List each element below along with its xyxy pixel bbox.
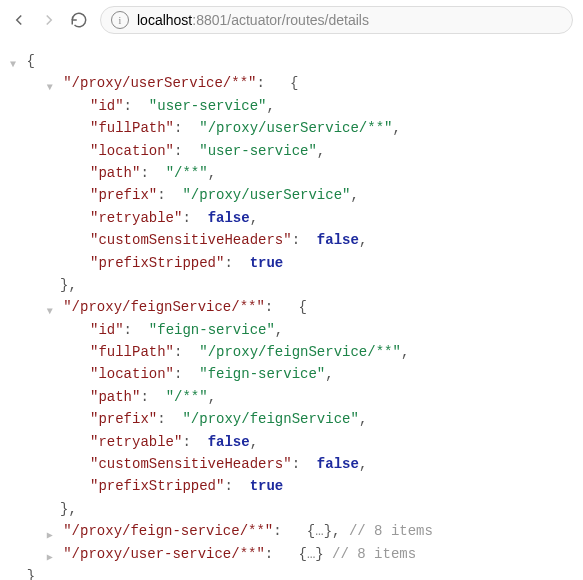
url-text: localhost:8801/actuator/routes/details [137,12,369,28]
json-prop: "fullPath": "/proxy/userService/**", [5,117,578,139]
json-viewer: { "/proxy/userService/**": { "id": "user… [0,40,583,580]
json-root-open[interactable]: { [5,50,578,72]
json-prop: "retryable": false, [5,207,578,229]
json-prop: "customSensitiveHeaders": false, [5,453,578,475]
toggle-icon[interactable] [47,528,55,536]
toggle-icon[interactable] [10,57,18,65]
json-prop: "location": "feign-service", [5,363,578,385]
forward-icon[interactable] [40,11,58,29]
json-key-route1[interactable]: "/proxy/userService/**": { [5,72,578,94]
toggle-icon[interactable] [47,80,55,88]
browser-toolbar: i localhost:8801/actuator/routes/details [0,0,583,40]
json-root-close: } [5,565,578,580]
info-icon[interactable]: i [111,11,129,29]
json-prop: "id": "feign-service", [5,319,578,341]
json-close: }, [5,498,578,520]
json-prop: "location": "user-service", [5,140,578,162]
toggle-icon[interactable] [47,550,55,558]
json-prop: "prefixStripped": true [5,252,578,274]
json-prop: "prefixStripped": true [5,475,578,497]
json-key-collapsed[interactable]: "/proxy/user-service/**": {…} // 8 items [5,543,578,565]
json-prop: "prefix": "/proxy/userService", [5,184,578,206]
json-close: }, [5,274,578,296]
json-prop: "customSensitiveHeaders": false, [5,229,578,251]
json-prop: "path": "/**", [5,386,578,408]
toggle-icon[interactable] [47,304,55,312]
json-key-collapsed[interactable]: "/proxy/feign-service/**": {…}, // 8 ite… [5,520,578,542]
address-bar[interactable]: i localhost:8801/actuator/routes/details [100,6,573,34]
json-prop: "retryable": false, [5,431,578,453]
back-icon[interactable] [10,11,28,29]
reload-icon[interactable] [70,11,88,29]
json-prop: "prefix": "/proxy/feignService", [5,408,578,430]
json-key-route2[interactable]: "/proxy/feignService/**": { [5,296,578,318]
json-prop: "id": "user-service", [5,95,578,117]
json-prop: "fullPath": "/proxy/feignService/**", [5,341,578,363]
json-prop: "path": "/**", [5,162,578,184]
